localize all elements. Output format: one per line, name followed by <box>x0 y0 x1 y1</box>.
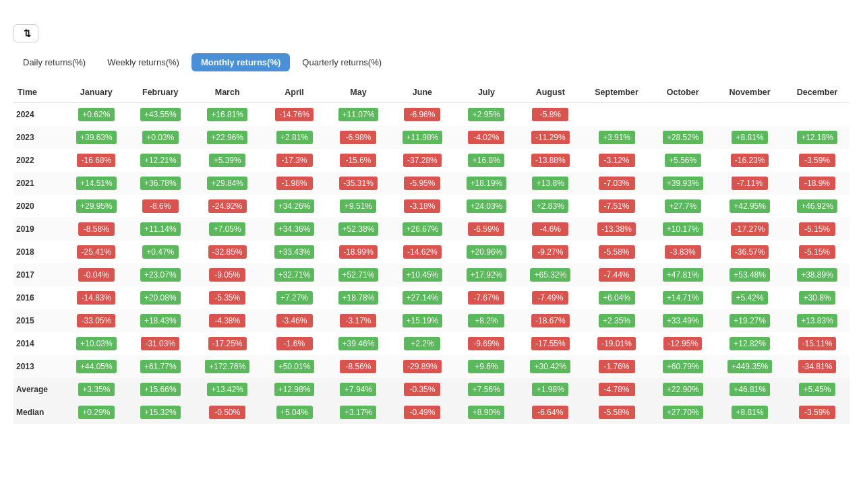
table-row: 2023+39.63%+0.03%+22.96%+2.81%-6.98%+11.… <box>13 126 850 149</box>
data-cell: +10.03% <box>64 332 128 355</box>
data-cell: -5.58% <box>583 241 651 263</box>
med-cell: +27.70% <box>651 401 715 424</box>
col-header-february: February <box>128 82 192 103</box>
data-cell: -7.49% <box>518 286 583 309</box>
data-cell: +7.27% <box>262 286 326 309</box>
data-cell: +52.38% <box>326 218 390 241</box>
data-cell: -37.28% <box>390 149 454 172</box>
data-cell: +44.05% <box>64 355 128 378</box>
avg-cell: -0.35% <box>390 378 454 401</box>
data-cell: +2.35% <box>583 309 651 332</box>
data-cell: -8.6% <box>128 195 192 218</box>
data-cell: +14.51% <box>64 172 128 195</box>
data-cell: -17.55% <box>518 332 583 355</box>
data-cell: +9.6% <box>454 355 518 378</box>
data-cell: +28.52% <box>651 126 715 149</box>
data-cell: -7.11% <box>715 172 785 195</box>
data-cell: +20.08% <box>128 286 192 309</box>
tab-bar: Daily returns(%)Weekly returns(%)Monthly… <box>13 53 850 71</box>
data-cell: +11.14% <box>128 218 192 241</box>
year-cell: 2015 <box>13 309 64 332</box>
data-cell: +3.91% <box>583 126 651 149</box>
data-cell: -36.57% <box>715 241 785 263</box>
data-cell: -1.6% <box>262 332 326 355</box>
data-cell: +39.46% <box>326 332 390 355</box>
tab-weekly-returns---[interactable]: Weekly returns(%) <box>98 53 189 71</box>
avg-cell: -4.78% <box>583 378 651 401</box>
data-cell: -18.9% <box>785 172 850 195</box>
tab-quarterly-returns---[interactable]: Quarterly returns(%) <box>293 53 391 71</box>
col-header-march: March <box>192 82 262 103</box>
data-cell: -31.03% <box>128 332 192 355</box>
data-cell: -18.67% <box>518 309 583 332</box>
data-cell: -13.38% <box>583 218 651 241</box>
col-header-time: Time <box>13 82 64 103</box>
data-cell <box>583 103 651 127</box>
data-cell: +39.93% <box>651 172 715 195</box>
data-cell: -6.96% <box>390 103 454 127</box>
data-cell: +29.84% <box>192 172 262 195</box>
data-cell: -3.83% <box>651 241 715 263</box>
med-cell: -6.64% <box>518 401 583 424</box>
data-cell: -34.81% <box>785 355 850 378</box>
data-cell: -17.27% <box>715 218 785 241</box>
data-cell: +18.19% <box>454 172 518 195</box>
data-cell: +24.03% <box>454 195 518 218</box>
med-cell: +5.04% <box>262 401 326 424</box>
data-cell: +43.55% <box>128 103 192 127</box>
year-cell: 2023 <box>13 126 64 149</box>
data-cell: +22.96% <box>192 126 262 149</box>
data-cell: -14.83% <box>64 286 128 309</box>
toolbar: ⇅ <box>13 24 850 42</box>
year-cell: 2024 <box>13 103 64 127</box>
avg-cell: +12.98% <box>262 378 326 401</box>
data-cell: +36.78% <box>128 172 192 195</box>
data-cell: +10.17% <box>651 218 715 241</box>
data-cell: +30.8% <box>785 286 850 309</box>
data-cell: +0.62% <box>64 103 128 127</box>
data-cell: -14.62% <box>390 241 454 263</box>
table-row: 2015-33.05%+18.43%-4.38%-3.46%-3.17%+15.… <box>13 309 850 332</box>
data-cell: -7.03% <box>583 172 651 195</box>
data-cell: +172.76% <box>192 355 262 378</box>
data-cell: -13.88% <box>518 149 583 172</box>
tab-daily-returns---[interactable]: Daily returns(%) <box>13 53 95 71</box>
data-cell: -19.01% <box>583 332 651 355</box>
data-cell: +7.05% <box>192 218 262 241</box>
data-cell: -16.68% <box>64 149 128 172</box>
data-cell: +61.77% <box>128 355 192 378</box>
data-cell: +12.82% <box>715 332 785 355</box>
col-header-july: July <box>454 82 518 103</box>
avg-cell: +7.56% <box>454 378 518 401</box>
col-header-august: August <box>518 82 583 103</box>
data-cell: -1.98% <box>262 172 326 195</box>
data-cell: -5.35% <box>192 286 262 309</box>
data-cell: +33.49% <box>651 309 715 332</box>
year-cell: 2020 <box>13 195 64 218</box>
data-cell: +16.81% <box>192 103 262 127</box>
data-cell: -4.6% <box>518 218 583 241</box>
year-cell: 2016 <box>13 286 64 309</box>
col-header-october: October <box>651 82 715 103</box>
data-cell: +12.18% <box>785 126 850 149</box>
data-cell: -5.95% <box>390 172 454 195</box>
data-cell: -0.04% <box>64 263 128 286</box>
data-cell: +38.89% <box>785 263 850 286</box>
data-cell: +53.48% <box>715 263 785 286</box>
average-row: Average+3.35%+15.66%+13.42%+12.98%+7.94%… <box>13 378 850 401</box>
data-cell: -7.51% <box>583 195 651 218</box>
avg-cell: +7.94% <box>326 378 390 401</box>
data-cell: +17.92% <box>454 263 518 286</box>
col-header-april: April <box>262 82 326 103</box>
table-row: 2019-8.58%+11.14%+7.05%+34.36%+52.38%+26… <box>13 218 850 241</box>
ticker-select[interactable]: ⇅ <box>13 24 38 42</box>
tab-monthly-returns---[interactable]: Monthly returns(%) <box>191 53 290 71</box>
data-cell: +27.14% <box>390 286 454 309</box>
col-header-january: January <box>64 82 128 103</box>
data-cell: -9.05% <box>192 263 262 286</box>
table-row: 2024+0.62%+43.55%+16.81%-14.76%+11.07%-6… <box>13 103 850 127</box>
data-cell: -32.85% <box>192 241 262 263</box>
data-cell: -17.25% <box>192 332 262 355</box>
med-cell: -3.59% <box>785 401 850 424</box>
data-cell: +30.42% <box>518 355 583 378</box>
